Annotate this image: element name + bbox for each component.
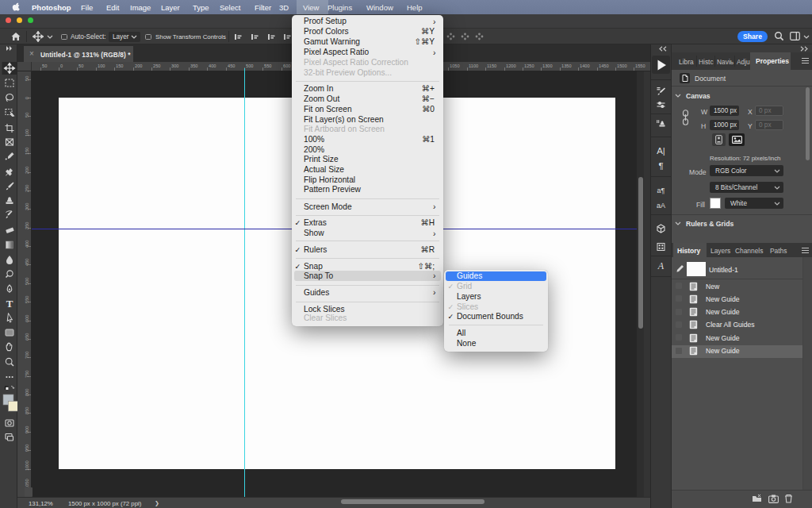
svg-text:a¶: a¶	[657, 187, 665, 194]
svg-text:A: A	[657, 260, 665, 271]
svg-text:A|: A|	[657, 146, 665, 156]
svg-text:¶: ¶	[658, 161, 663, 171]
svg-text:aA: aA	[657, 202, 665, 210]
